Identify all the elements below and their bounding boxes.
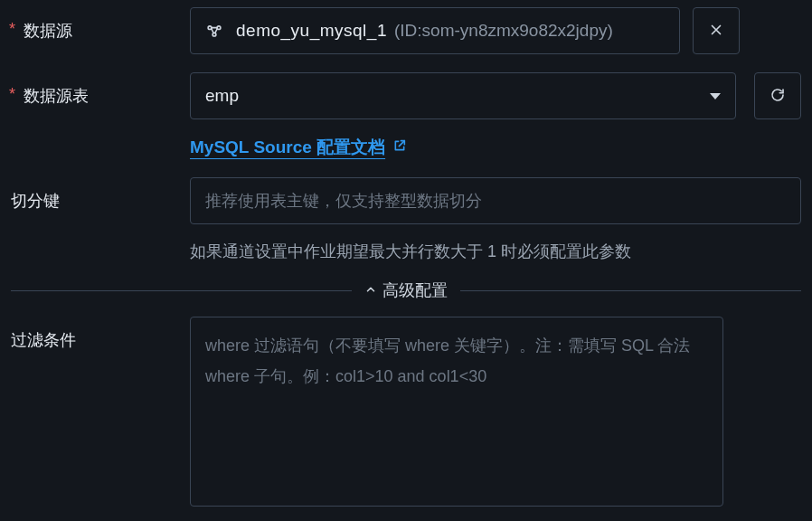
table-select[interactable]: emp [190, 72, 736, 119]
split-key-input[interactable] [190, 177, 801, 224]
label-split-key: 切分键 [11, 177, 190, 212]
advanced-label: 高级配置 [382, 279, 448, 301]
row-datasource: 数据源 demo_yu_mysql_1 (ID:som-yn8zmx9o82x2… [11, 7, 801, 54]
chevron-down-icon [710, 93, 721, 99]
datasource-name: demo_yu_mysql_1 [236, 21, 387, 41]
field-filter [190, 317, 801, 511]
row-table: 数据源表 emp MySQL Sourc [11, 72, 801, 159]
field-datasource: demo_yu_mysql_1 (ID:som-yn8zmx9o82x2jdpy… [190, 7, 801, 54]
chevron-up-icon [364, 281, 377, 300]
form-container: 数据源 demo_yu_mysql_1 (ID:som-yn8zmx9o82x2… [0, 0, 812, 521]
clear-datasource-button[interactable] [693, 7, 740, 54]
mysql-source-doc-link[interactable]: MySQL Source 配置文档 [190, 136, 407, 159]
filter-textarea[interactable] [190, 317, 723, 507]
external-link-icon [392, 137, 407, 157]
label-datasource: 数据源 [11, 7, 190, 42]
refresh-icon [770, 87, 786, 106]
field-split-key: 如果通道设置中作业期望最大并行数大于 1 时必须配置此参数 [190, 177, 801, 262]
label-filter: 过滤条件 [11, 317, 190, 351]
row-split-key: 切分键 如果通道设置中作业期望最大并行数大于 1 时必须配置此参数 [11, 177, 801, 262]
advanced-toggle[interactable]: 高级配置 [352, 279, 460, 301]
split-key-hint: 如果通道设置中作业期望最大并行数大于 1 时必须配置此参数 [190, 241, 801, 262]
svg-point-2 [212, 33, 216, 36]
refresh-tables-button[interactable] [754, 72, 801, 119]
label-table: 数据源表 [11, 72, 190, 107]
close-icon [708, 22, 724, 41]
table-select-value: emp [205, 86, 239, 106]
row-filter: 过滤条件 [11, 317, 801, 511]
datasource-display[interactable]: demo_yu_mysql_1 (ID:som-yn8zmx9o82x2jdpy… [190, 7, 680, 54]
datasource-id: (ID:som-yn8zmx9o82x2jdpy) [394, 21, 613, 41]
advanced-section-divider: 高级配置 [11, 280, 801, 300]
doc-link-text: MySQL Source 配置文档 [190, 136, 385, 159]
datasource-type-icon [205, 22, 223, 40]
field-table: emp MySQL Source 配置文档 [190, 72, 801, 159]
